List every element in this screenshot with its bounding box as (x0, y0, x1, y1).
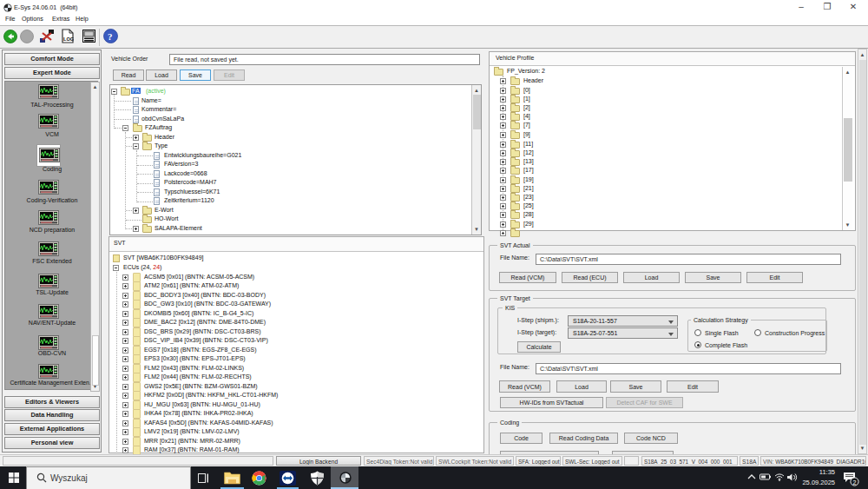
svg-text:2: 2 (853, 479, 857, 486)
svg-text:?: ? (108, 31, 113, 42)
svg-text:LOG: LOG (63, 36, 74, 42)
